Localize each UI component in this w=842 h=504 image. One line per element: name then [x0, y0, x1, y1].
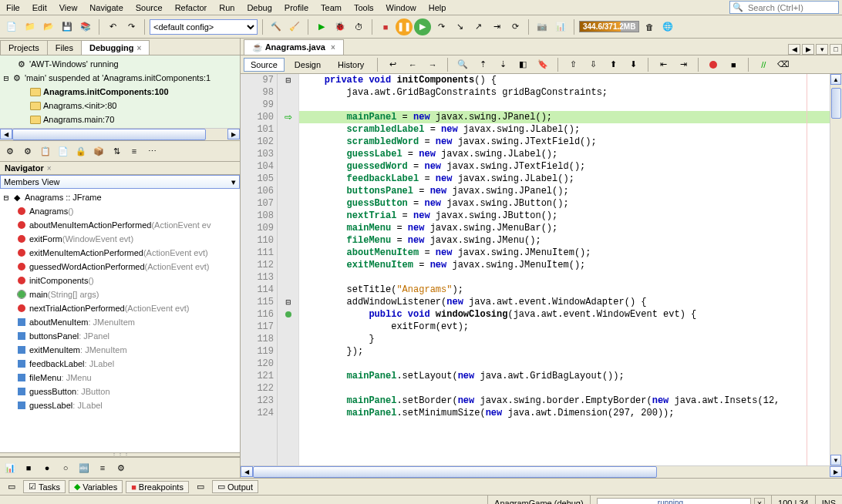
filter-button[interactable]: ≡ [126, 143, 143, 160]
glyph-gutter[interactable]: ⊟⇨⊟ [278, 74, 299, 465]
member-item[interactable]: nextTrialActionPerformed(ActionEvent evt… [2, 301, 238, 315]
code-line[interactable]: guessLabel = new javax.swing.JLabel(); [299, 148, 830, 160]
take-snapshot-button[interactable]: 📷 [534, 18, 551, 35]
code-line[interactable]: fileMenu = new javax.swing.JMenu(); [299, 234, 830, 247]
shift-left-button[interactable]: ⇤ [655, 56, 672, 73]
run-to-cursor-button[interactable]: ⇥ [488, 18, 505, 35]
profile-button[interactable]: ⏱ [350, 18, 367, 35]
show-fields-button[interactable]: ■ [20, 459, 37, 476]
macro-stop-button[interactable]: ■ [725, 56, 742, 73]
stack-frame[interactable]: Anagrams.main:70 [2, 113, 238, 126]
forward-button[interactable]: → [424, 56, 441, 73]
code-line[interactable]: public void windowClosing(java.awt.event… [299, 308, 830, 321]
next-file-button[interactable]: ▶ [802, 44, 814, 55]
tab-debugging[interactable]: Debugging× [81, 40, 150, 55]
code-line[interactable]: mainPanel.setLayout(new java.awt.GridBag… [299, 370, 830, 382]
suspend-thread-button[interactable]: ⚙ [19, 143, 36, 160]
toggle-highlight-button[interactable]: ◧ [514, 56, 531, 73]
member-item[interactable]: exitMenuItemActionPerformed(ActionEvent … [2, 246, 238, 260]
close-icon[interactable]: × [136, 44, 141, 52]
code-line[interactable]: exitForm(evt); [299, 321, 830, 333]
options-button[interactable]: ⋯ [143, 143, 160, 160]
output-button[interactable]: ▭Output [212, 480, 258, 493]
class-node[interactable]: ⊟ ◆ Anagrams :: JFrame [2, 190, 238, 204]
code-line[interactable] [299, 99, 830, 111]
code-line[interactable] [299, 382, 830, 395]
code-line[interactable]: addWindowListener(new java.awt.event.Win… [299, 296, 830, 308]
prev-file-button[interactable]: ◀ [788, 44, 800, 55]
next-error-button[interactable]: ⬇ [625, 56, 642, 73]
comment-button[interactable]: // [755, 56, 772, 73]
prev-error-button[interactable]: ⬆ [605, 56, 621, 73]
step-out-button[interactable]: ↗ [470, 18, 487, 35]
code-line[interactable] [299, 271, 830, 284]
window-list-button[interactable]: ▭ [3, 479, 20, 496]
sort-pos-button[interactable]: ≡ [94, 459, 111, 476]
editor-scrollbar-horizontal[interactable]: ◀▶ [241, 465, 842, 478]
debug-button[interactable]: 🐞 [332, 18, 349, 35]
build-button[interactable]: 🔨 [268, 18, 285, 35]
find-prev-button[interactable]: ⇡ [474, 56, 491, 73]
menu-refactor[interactable]: Refactor [169, 2, 214, 14]
code-line[interactable]: nextTrial = new javax.swing.JButton(); [299, 210, 830, 222]
uncomment-button[interactable]: ⌫ [775, 56, 792, 73]
menu-run[interactable]: Run [213, 2, 241, 14]
code-line[interactable]: mainMenu = new javax.swing.JMenuBar(); [299, 222, 830, 234]
continue-button[interactable]: ▶ [414, 18, 431, 35]
menu-debug[interactable]: Debug [241, 2, 278, 14]
save-all-button[interactable]: 📚 [77, 18, 94, 35]
search-box[interactable]: 🔍 [729, 1, 839, 14]
member-item[interactable]: Anagrams() [2, 204, 238, 218]
redo-button[interactable]: ↷ [123, 18, 140, 35]
pause-button[interactable]: ❚❚ [396, 18, 413, 35]
thread-row[interactable]: ⊟ ⚙ 'main' suspended at 'Anagrams.initCo… [2, 71, 238, 85]
collapse-icon[interactable]: ⊟ [2, 193, 11, 203]
subtab-design[interactable]: Design [288, 58, 328, 72]
breakpoints-button[interactable]: ■Breakpoints [126, 481, 189, 493]
member-item[interactable]: main(String[] args) [2, 287, 238, 301]
show-static-button[interactable]: ● [39, 459, 56, 476]
member-item[interactable]: guessedWordActionPerformed(ActionEvent e… [2, 260, 238, 274]
code-line[interactable]: guessButton = new javax.swing.JButton(); [299, 197, 830, 210]
menu-edit[interactable]: Edit [26, 2, 53, 14]
find-next-button[interactable]: ⇣ [494, 56, 511, 73]
scrollbar-horizontal[interactable]: ◀▶ [0, 128, 240, 140]
memory-indicator[interactable]: 344.6/371.2MB [579, 21, 639, 32]
menu-help[interactable]: Help [423, 2, 453, 14]
code-line[interactable]: private void initComponents() { [299, 74, 830, 86]
take-heap-button[interactable]: 📊 [552, 18, 569, 35]
last-edit-button[interactable]: ↩ [384, 56, 401, 73]
code-line[interactable]: buttonsPanel = new javax.swing.JPanel(); [299, 185, 830, 197]
package-button[interactable]: 📦 [90, 143, 107, 160]
resume-thread-button[interactable]: ⚙ [2, 143, 19, 160]
stack-frame[interactable]: Anagrams.<init>:80 [2, 99, 238, 113]
menu-team[interactable]: Team [315, 2, 348, 14]
variables-button[interactable]: ◆Variables [69, 480, 123, 493]
save-button[interactable]: 💾 [59, 18, 76, 35]
menu-navigate[interactable]: Navigate [83, 2, 129, 14]
subtab-history[interactable]: History [331, 58, 371, 72]
members-view-dropdown[interactable]: Members View▾ [0, 175, 240, 189]
code-line[interactable]: guessedWord = new javax.swing.JTextField… [299, 160, 830, 173]
subtab-source[interactable]: Source [244, 58, 285, 72]
code-line[interactable]: exitMenuItem = new javax.swing.JMenuItem… [299, 259, 830, 271]
sort-button[interactable]: ⇅ [108, 143, 125, 160]
make-current-button[interactable]: 📋 [37, 143, 54, 160]
show-inherited-button[interactable]: 📊 [2, 459, 19, 476]
run-button[interactable]: ▶ [313, 18, 330, 35]
editor-area[interactable]: 9798991001011021031041051061071081091101… [241, 74, 842, 465]
code-line[interactable]: setTitle("Anagrams"); [299, 284, 830, 296]
menu-view[interactable]: View [53, 2, 84, 14]
member-item[interactable]: aboutMenuItemActionPerformed(ActionEvent… [2, 218, 238, 232]
maximize-button[interactable]: □ [830, 44, 842, 55]
tasks-button[interactable]: ☑Tasks [23, 480, 66, 493]
code-line[interactable]: mainPanel = new javax.swing.JPanel(); [299, 111, 830, 123]
show-non-public-button[interactable]: ○ [57, 459, 74, 476]
insert-mode[interactable]: INS [815, 496, 842, 504]
code-line[interactable]: }); [299, 345, 830, 358]
member-item[interactable]: feedbackLabel : JLabel [2, 357, 238, 371]
go-to-source-button[interactable]: 📄 [55, 143, 72, 160]
menu-window[interactable]: Window [380, 2, 423, 14]
step-into-button[interactable]: ↘ [451, 18, 468, 35]
code-line[interactable]: } [299, 333, 830, 345]
